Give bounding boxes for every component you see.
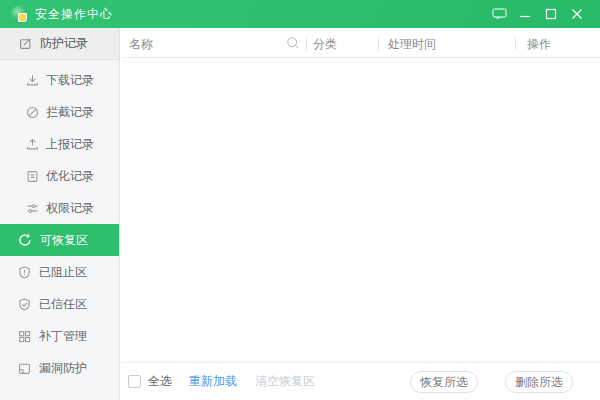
restore-icon [18,233,32,247]
sidebar-item-label: 下载记录 [46,72,94,89]
delete-selected-button[interactable]: 删除所选 [505,371,573,393]
sidebar-sublist: 下载记录 拦截记录 上报记录 [0,60,119,384]
reload-link[interactable]: 重新加载 [189,373,237,390]
clear-recovery-zone-link[interactable]: 清空恢复区 [255,373,315,390]
sidebar-item-label: 可恢复区 [40,232,88,249]
sidebar-item-report-records[interactable]: 上报记录 [0,128,119,160]
table-body-empty [121,59,600,362]
sidebar-item-patch-management[interactable]: 补丁管理 [0,320,119,352]
column-header-name: 名称 [129,36,153,53]
upload-icon [26,138,39,151]
patch-grid-icon [18,330,31,343]
sliders-icon [26,202,39,215]
sidebar-item-label: 漏洞防护 [39,360,87,377]
block-icon [26,106,39,119]
select-all-label[interactable]: 全选 [148,373,172,390]
download-icon [26,74,39,87]
sidebar-item-label: 已阻止区 [39,264,87,281]
shield-check-icon [18,298,31,311]
main-content: 名称 分类 处理时间 操作 全选 重新加载 清空恢复区 恢复所选 删除所选 [121,28,600,400]
compose-icon [19,37,32,50]
table-header: 名称 分类 处理时间 操作 [121,28,600,58]
column-divider [306,37,307,50]
security-operation-center-window: 安全操作中心 [0,0,600,400]
sidebar-item-label: 已信任区 [39,296,87,313]
sidebar-item-blocked-zone[interactable]: 已阻止区 [0,256,119,288]
app-logo-icon [11,6,28,23]
search-icon[interactable] [286,36,300,50]
maximize-icon[interactable] [538,0,564,28]
titlebar: 安全操作中心 [0,0,600,28]
clipboard-icon [26,170,39,183]
sidebar-item-protection-records[interactable]: 防护记录 [0,28,119,60]
restore-selected-button[interactable]: 恢复所选 [410,371,478,393]
sidebar-item-download-records[interactable]: 下载记录 [0,64,119,96]
minimize-icon[interactable] [512,0,538,28]
shield-exclaim-icon [18,266,31,279]
footer-toolbar: 全选 重新加载 清空恢复区 恢复所选 删除所选 [121,362,600,400]
sidebar-item-label: 权限记录 [46,200,94,217]
sidebar-item-label: 优化记录 [46,168,94,185]
sidebar-item-permission-records[interactable]: 权限记录 [0,192,119,224]
sidebar-item-vulnerability-protection[interactable]: 漏洞防护 [0,352,119,384]
feedback-bubble-icon[interactable] [486,0,512,28]
sidebar-item-label: 补丁管理 [39,328,87,345]
column-header-process-time: 处理时间 [388,36,436,53]
window-title: 安全操作中心 [35,6,113,23]
column-header-category: 分类 [313,36,337,53]
sidebar-item-intercept-records[interactable]: 拦截记录 [0,96,119,128]
window-controls [486,0,590,28]
column-header-operation: 操作 [527,36,551,53]
vulnerability-icon [18,362,31,375]
sidebar: 防护记录 下载记录 拦截记录 [0,28,120,400]
sidebar-item-label: 拦截记录 [46,104,94,121]
close-icon[interactable] [564,0,590,28]
sidebar-item-optimize-records[interactable]: 优化记录 [0,160,119,192]
sidebar-item-recoverable-zone[interactable]: 可恢复区 [0,224,119,256]
select-all-checkbox[interactable] [128,375,141,388]
column-divider [378,37,379,50]
sidebar-item-label: 上报记录 [46,136,94,153]
sidebar-item-trusted-zone[interactable]: 已信任区 [0,288,119,320]
sidebar-item-label: 防护记录 [40,35,88,52]
column-divider [515,37,516,50]
